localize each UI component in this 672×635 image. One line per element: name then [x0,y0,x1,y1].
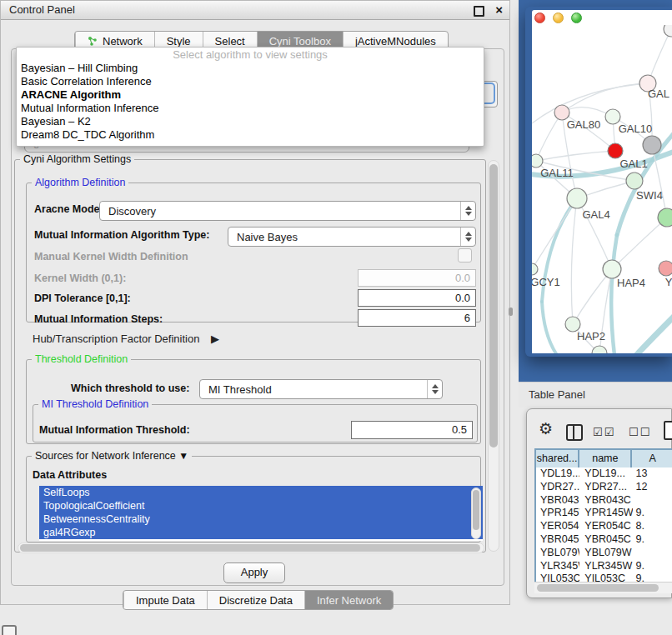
cell-shared-name: YDR27... [536,481,579,494]
mi-steps-field[interactable]: 6 [358,309,476,327]
algorithm-option[interactable]: Bayesian – Hill Climbing [17,62,484,75]
network-edge[interactable] [629,317,672,353]
manual-kernel-checkbox[interactable] [458,248,472,262]
settings-horizontal-scrollbar[interactable] [18,542,484,553]
network-edge[interactable] [536,151,615,161]
table-hscroll-thumb[interactable] [537,584,659,592]
network-node[interactable] [603,260,621,278]
combo-stepper[interactable] [460,202,475,220]
algorithm-option[interactable]: Basic Correlation Inference [17,75,484,88]
which-threshold-combo[interactable]: MI Threshold [199,379,443,399]
network-canvas[interactable]: GALGAL80GAL10GAL1GAL11SWI4GAL4GCY1HAP4YH… [532,25,672,353]
network-edge[interactable] [611,235,617,353]
dpi-tolerance-field[interactable]: 0.0 [358,289,476,307]
network-node[interactable] [608,143,623,158]
network-node[interactable] [626,172,643,189]
cell-name: YBR045C [579,533,632,547]
window-minimize-button[interactable] [553,12,564,23]
tab[interactable]: Discretize Data [207,591,304,609]
tab-label: Style [167,35,191,48]
column-header[interactable]: A [632,450,672,468]
table-horizontal-scrollbar[interactable] [534,582,672,593]
close-panel-icon[interactable]: × [495,2,503,17]
network-edge[interactable] [532,198,577,269]
attributes-scrollbar[interactable] [471,488,481,539]
network-node[interactable] [532,154,543,168]
panel-splitter-handle[interactable] [509,308,513,316]
table-panel-bar[interactable]: Table Panel [519,382,672,408]
table-row[interactable]: YPR145W YPR145W 9. [536,507,672,520]
network-node-label: GAL11 [540,167,574,179]
network-node[interactable] [659,261,672,276]
window-zoom-button[interactable] [571,12,582,23]
network-node-label: SWI4 [636,189,663,202]
table-row[interactable]: YDL19... YDL19... 13 [536,468,672,481]
table-row[interactable]: YLR345W YLR345W 9. [536,560,672,573]
network-edge[interactable] [648,29,671,83]
algorithm-option[interactable]: Mutual Information Inference [17,102,484,115]
hub-definition-section[interactable]: Hub/Transcription Factor Definition ▶ [33,332,219,345]
apply-button[interactable]: Apply [223,562,285,583]
network-edge[interactable] [536,112,562,161]
attribute-label: TopologicalCoefficient [43,500,144,512]
new-table-icon[interactable] [664,421,672,440]
cell-name: YIL053C [579,572,632,582]
settings-hscroll-thumb[interactable] [20,544,480,552]
tab[interactable]: Impute Data [123,591,207,609]
network-window[interactable]: GALGAL80GAL10GAL1GAL11SWI4GAL4GCY1HAP4YH… [525,7,672,357]
network-node[interactable] [567,188,587,208]
table-row[interactable]: YBR043C YBR043C [536,494,672,508]
network-edge[interactable] [571,198,577,324]
cell-value [633,494,672,508]
control-panel-title: Control Panel [9,3,75,16]
network-node[interactable] [664,25,672,37]
table-row[interactable]: YDR27... YDR27... 12 [536,481,672,494]
table-row[interactable]: YBL079W YBL079W [536,547,672,560]
tab-label: Discretize Data [219,594,293,607]
split-columns-icon[interactable] [566,424,583,441]
tab[interactable]: Infer Network [304,591,393,609]
table-settings-gear-icon[interactable]: ⚙ [539,421,553,437]
column-header[interactable]: shared... [536,450,579,468]
mi-type-combo[interactable]: Naive Bayes [228,227,476,247]
attribute-item[interactable]: BetweennessCentrality [39,512,483,526]
algorithm-option[interactable]: Bayesian – K2 [17,115,484,128]
table-row[interactable]: YER054C YER054C 8. [536,520,672,533]
network-node[interactable] [532,263,538,275]
table-row[interactable]: YBR045C YBR045C 9. [536,533,672,547]
attributes-scroll-thumb[interactable] [473,490,479,530]
mi-threshold-field[interactable]: 0.5 [351,421,473,439]
window-close-button[interactable] [534,12,545,23]
settings-vertical-scrollbar[interactable] [488,160,499,552]
network-tab-icon [88,36,98,46]
collapse-down-icon[interactable]: ▼ [178,450,188,462]
table-row[interactable]: YIL053C YIL053C 9. [536,572,672,582]
network-node[interactable] [592,346,607,353]
attribute-item[interactable]: SelfLoops [39,486,483,499]
column-header[interactable]: name [579,450,632,468]
data-attributes-label: Data Attributes [33,469,107,481]
minimized-panel-icon[interactable] [2,625,17,635]
attribute-item[interactable]: gal4RGexp [39,526,483,539]
network-edge[interactable] [542,302,557,353]
attribute-item[interactable]: TopologicalCoefficient [39,499,483,512]
algorithm-option[interactable]: Dream8 DC_TDC Algorithm [17,128,484,142]
network-node[interactable] [658,208,672,227]
cell-name: YDL19... [579,468,632,481]
network-edge[interactable] [573,269,612,324]
hide-columns-icon[interactable]: ☐☐ [629,426,651,438]
hub-definition-label: Hub/Transcription Factor Definition [33,332,199,345]
combo-stepper[interactable] [460,228,475,246]
algorithm-placeholder: Select algorithm to view settings [17,48,484,62]
show-columns-icon[interactable]: ☑☑ [593,426,615,438]
combo-stepper[interactable] [427,380,442,398]
expand-right-icon[interactable]: ▶ [211,332,219,345]
kernel-width-field[interactable]: 0.0 [358,269,476,287]
settings-scroll-thumb[interactable] [489,164,498,448]
kernel-width-label: Kernel Width (0,1): [34,272,126,284]
network-node[interactable] [643,136,661,154]
float-panel-icon[interactable] [474,6,484,17]
algorithm-option[interactable]: ARACNE Algorithm [17,88,484,102]
aracne-mode-combo[interactable]: Discovery [99,201,476,221]
control-panel-titlebar[interactable]: Control Panel × [1,1,509,20]
